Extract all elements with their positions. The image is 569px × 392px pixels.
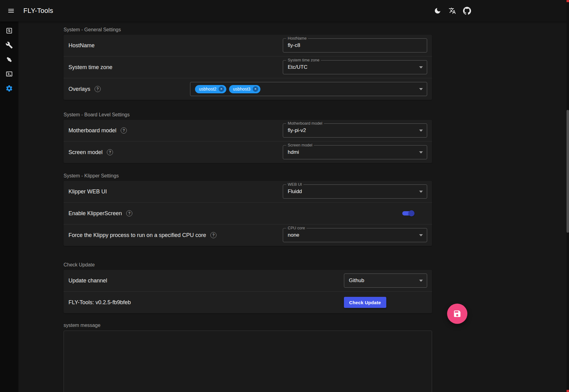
github-icon (463, 7, 471, 15)
sidebar-item-terminal[interactable] (2, 67, 17, 81)
screen-label-group: Screen model ? (68, 149, 113, 156)
hostname-value: fly-c8 (288, 42, 300, 49)
scrollbar-top-marker (567, 0, 569, 2)
hostname-input[interactable]: HostName fly-c8 (283, 38, 427, 52)
row-cpu-core: Force the Klippy process to run on a spe… (64, 224, 432, 246)
sidebar-item-patch[interactable] (2, 52, 17, 67)
motherboard-field-label: Motherboard model (286, 121, 324, 126)
system-message-box (64, 331, 432, 392)
general-card: HostName HostName fly-c8 System time zon… (64, 35, 432, 100)
sidebar (0, 21, 18, 392)
motherboard-value: fly-pi-v2 (288, 127, 306, 134)
cpu-core-value: none (288, 232, 299, 238)
timezone-value: Etc/UTC (288, 64, 307, 70)
chip-usbhost3[interactable]: usbhost3 × (229, 85, 260, 93)
row-timezone: System time zone System time zone Etc/UT… (64, 56, 432, 78)
terminal-icon (6, 70, 13, 78)
webui-select[interactable]: WEB UI Fluidd (283, 184, 427, 199)
theme-toggle-button[interactable] (430, 3, 445, 18)
main-area: System - General Settings HostName HostN… (18, 21, 569, 392)
app-title: FLY-Tools (23, 7, 53, 15)
hostname-label: HostName (68, 42, 95, 49)
row-update-channel: Update channel Github (64, 270, 432, 291)
motherboard-label: Motherboard model (68, 127, 116, 134)
klipperscreen-label-group: Enable KlipperScreen ? (68, 210, 132, 217)
timezone-field-label: System time zone (286, 58, 321, 62)
help-icon[interactable]: ? (95, 86, 101, 92)
section-message-title: system message (64, 322, 432, 328)
hostname-field-label: HostName (286, 36, 308, 41)
cpu-core-label-group: Force the Klippy process to run on a spe… (68, 232, 216, 239)
row-motherboard: Motherboard model ? Motherboard model fl… (64, 120, 432, 141)
save-fab[interactable] (447, 304, 467, 324)
language-button[interactable] (445, 3, 460, 18)
chevron-down-icon (419, 130, 423, 132)
klipper-card: Klipper WEB UI WEB UI Fluidd Enable Klip… (64, 181, 432, 246)
section-update-title: Check Update (64, 262, 432, 268)
chevron-down-icon (419, 234, 423, 236)
patch-icon (6, 56, 13, 63)
overlays-label-group: Overlays ? (68, 86, 101, 92)
file-search-icon (6, 27, 13, 34)
version-label: FLY-Tools: v0.2.5-fb9bfeb (68, 299, 131, 306)
update-channel-col: Github (344, 274, 427, 288)
cpu-core-select[interactable]: CPU core none (283, 228, 427, 242)
webui-value: Fluidd (288, 188, 302, 195)
overlays-select[interactable]: usbhost2 × usbhost3 × (190, 82, 427, 96)
help-icon[interactable]: ? (107, 149, 113, 155)
chevron-down-icon (419, 66, 423, 68)
row-webui: Klipper WEB UI WEB UI Fluidd (64, 181, 432, 202)
cpu-core-label: Force the Klippy process to run on a spe… (68, 232, 206, 239)
section-klipper: System - Klipper Settings Klipper WEB UI… (64, 173, 432, 246)
cpu-core-field-label: CPU core (286, 226, 306, 230)
menu-icon (7, 7, 15, 14)
update-channel-select[interactable]: Github (344, 274, 427, 288)
row-hostname: HostName HostName fly-c8 (64, 35, 432, 56)
webui-label: Klipper WEB UI (68, 188, 107, 195)
screen-select[interactable]: Screen model hdmi (283, 145, 427, 159)
klipperscreen-switch[interactable] (402, 211, 414, 215)
chip-usbhost2[interactable]: usbhost2 × (195, 85, 226, 93)
moon-icon (434, 7, 441, 14)
screen-field-label: Screen model (286, 143, 314, 147)
section-general-title: System - General Settings (64, 27, 432, 33)
section-update: Check Update Update channel Github FLY-T… (64, 262, 432, 313)
screen-label: Screen model (68, 149, 103, 156)
screen-value: hdmi (288, 149, 299, 155)
scrollbar (567, 0, 569, 392)
board-card: Motherboard model ? Motherboard model fl… (64, 120, 432, 163)
chip-label: usbhost3 (233, 87, 251, 91)
row-version: FLY-Tools: v0.2.5-fb9bfeb Check Update (64, 292, 432, 313)
section-message: system message (64, 322, 432, 392)
help-icon[interactable]: ? (121, 127, 127, 134)
settings-icon (6, 85, 13, 92)
chevron-down-icon (419, 151, 423, 153)
motherboard-select[interactable]: Motherboard model fly-pi-v2 (283, 123, 427, 138)
chevron-down-icon (419, 191, 423, 193)
sidebar-item-settings[interactable] (2, 81, 17, 95)
chevron-down-icon (419, 280, 423, 282)
check-update-button[interactable]: Check Update (344, 297, 386, 308)
update-card: Update channel Github FLY-Tools: v0.2.5-… (64, 270, 432, 313)
row-overlays: Overlays ? usbhost2 × usbhost3 × (64, 78, 432, 100)
menu-button[interactable] (4, 3, 18, 18)
sidebar-item-system-info[interactable] (2, 23, 17, 38)
scrollbar-bottom-marker (567, 390, 569, 392)
switch-thumb (408, 210, 415, 216)
chip-label: usbhost2 (199, 87, 216, 91)
sidebar-item-config-tool[interactable] (2, 38, 17, 52)
app-bar: FLY-Tools (0, 0, 569, 21)
help-icon[interactable]: ? (126, 210, 132, 216)
klipperscreen-label: Enable KlipperScreen (68, 210, 122, 217)
translate-icon (449, 7, 456, 14)
github-button[interactable] (460, 3, 474, 18)
section-board-title: System - Board Level Settings (64, 112, 432, 118)
scrollbar-thumb[interactable] (567, 110, 569, 233)
chip-close-icon[interactable]: × (219, 86, 224, 92)
update-channel-value: Github (349, 278, 364, 284)
help-icon[interactable]: ? (210, 232, 216, 238)
section-klipper-title: System - Klipper Settings (64, 173, 432, 179)
timezone-select[interactable]: System time zone Etc/UTC (283, 60, 427, 74)
overlays-chips: usbhost2 × usbhost3 × (195, 85, 260, 93)
chip-close-icon[interactable]: × (253, 86, 258, 92)
